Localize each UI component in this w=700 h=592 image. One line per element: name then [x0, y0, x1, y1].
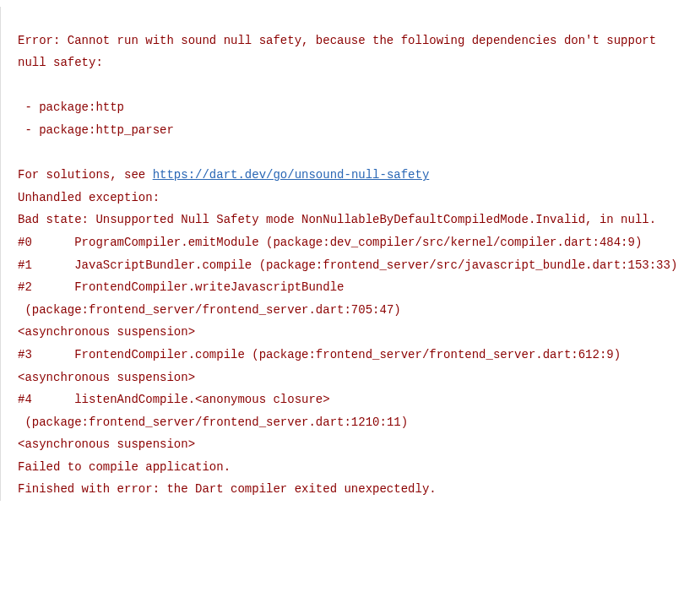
package-item: - package:http: [18, 100, 124, 114]
solutions-line: For solutions, see https://dart.dev/go/u…: [18, 168, 429, 182]
package-item: - package:http_parser: [18, 123, 174, 137]
error-header: Error: Cannot run with sound null safety…: [18, 34, 664, 70]
stack-trace-line-cont: (package:frontend_server/frontend_server…: [18, 303, 401, 317]
async-suspension: <asynchronous suspension>: [18, 371, 195, 384]
finished-error: Finished with error: the Dart compiler e…: [18, 482, 437, 496]
failed-compile: Failed to compile application.: [18, 460, 231, 474]
stack-trace-line: #4 listenAndCompile.<anonymous closure>: [18, 393, 330, 406]
stack-trace-line: #2 FrontendCompiler.writeJavascriptBundl…: [18, 280, 344, 294]
bad-state: Bad state: Unsupported Null Safety mode …: [18, 213, 656, 226]
stack-trace-line: #3 FrontendCompiler.compile (package:fro…: [18, 348, 621, 361]
async-suspension: <asynchronous suspension>: [18, 325, 195, 339]
solutions-link[interactable]: https://dart.dev/go/unsound-null-safety: [153, 168, 430, 182]
stack-trace-line: #0 ProgramCompiler.emitModule (package:d…: [18, 236, 642, 249]
stack-trace-line-cont: (package:frontend_server/frontend_server…: [18, 415, 408, 429]
stack-trace-line: #1 JavaScriptBundler.compile (package:fr…: [18, 258, 677, 272]
async-suspension: <asynchronous suspension>: [18, 437, 195, 451]
solutions-prefix: For solutions, see: [18, 168, 153, 182]
console-output: Error: Cannot run with sound null safety…: [0, 7, 700, 501]
unhandled-exception: Unhandled exception:: [18, 191, 160, 204]
